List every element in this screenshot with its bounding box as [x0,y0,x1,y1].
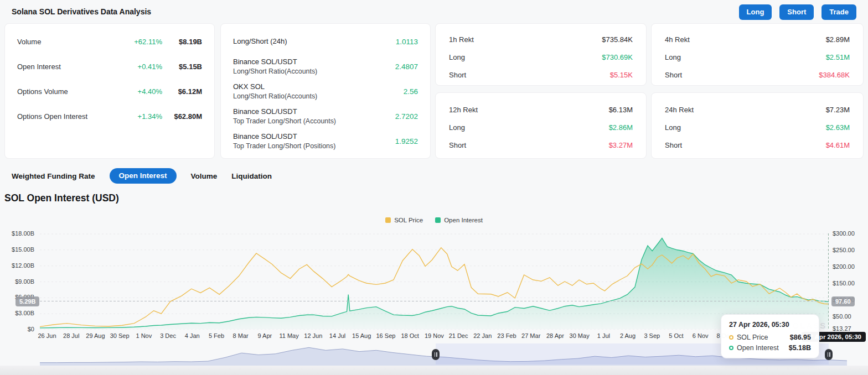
right-tick-label: $50.00 [833,313,851,320]
chart-tabs: Weighted Funding Rate Open Interest Volu… [12,168,272,184]
trade-button[interactable]: Trade [822,4,856,20]
legend-label: SOL Price [394,217,423,223]
rekt-long-label: Long [665,53,681,61]
x-tick-label: 16 Sep [376,332,396,339]
right-tick-label: $150.00 [833,280,855,287]
short-button[interactable]: Short [779,4,814,20]
ratio-title: Binance SOL/USDT [233,132,335,141]
open-interest-area [40,238,829,329]
tooltip-row-sol-price: SOL Price $86.95 [729,334,811,341]
stat-value: $8.19B [162,38,202,46]
stat-value: $5.15B [162,62,202,71]
stat-row-options-volume: Options Volume +4.40% $6.12M [17,79,202,104]
stat-change: +1.34% [138,112,162,121]
ratio-title: Binance SOL/USDT [233,107,336,116]
rekt-short-label: Short [665,71,682,79]
stat-value: $6.12M [162,87,202,96]
rekt-long-label: Long [449,53,465,61]
tab-weighted-funding-rate[interactable]: Weighted Funding Rate [12,172,95,180]
tab-open-interest[interactable]: Open Interest [110,168,177,184]
rekt-total: $735.84K [602,35,633,44]
rekt-short-label: Short [449,71,466,79]
rekt-period: 4h Rekt [665,35,690,44]
left-tick-label: $9.00B [0,278,34,285]
stat-row-open-interest: Open Interest +0.41% $5.15B [17,54,202,79]
rekt-short-value: $3.27M [609,141,633,149]
open-interest-swatch-icon [435,217,441,223]
stat-label: Volume [17,38,41,46]
rekt-long-value: $2.63M [826,123,850,132]
stat-value: $62.80M [162,112,202,121]
tooltip-value: $5.18B [789,344,811,352]
stat-change: +62.11% [134,38,162,46]
rekt-short-value: $5.15K [610,71,633,79]
ratio-value: 2.56 [404,87,418,96]
rekt-1h-card: 1h Rekt$735.84K Long$730.69K Short$5.15K [435,23,647,86]
x-tick-label: 9 Apr [258,332,272,339]
x-tick-label: 23 Feb [497,332,516,339]
rekt-period: 12h Rekt [449,106,478,114]
legend-open-interest[interactable]: Open Interest [435,217,483,223]
tooltip-label: Open Interest [737,344,779,352]
ratio-value: 2.4807 [395,62,418,71]
sol-price-dot-icon [729,335,733,340]
x-tick-label: 18 Oct [401,332,418,339]
right-tick-label: $250.00 [833,247,855,253]
ratio-title: Long/Short (24h) [233,37,287,45]
right-tick-label: $13.27 [833,325,851,332]
rekt-24h-card: 24h Rekt$7.23M Long$2.63M Short$4.61M [651,92,864,159]
tab-volume[interactable]: Volume [191,172,218,180]
ratio-value: 1.0113 [396,38,418,46]
rekt-total: $6.13M [609,106,633,114]
left-tick-label: $0 [0,326,34,332]
rekt-long-label: Long [449,123,465,132]
rekt-short-label: Short [665,141,682,149]
x-tick-label: 21 Dec [449,332,468,339]
long-button[interactable]: Long [739,4,772,20]
navigator-handle-right[interactable] [825,349,833,360]
crosshair-left-badge: 5.29B [16,296,39,306]
tooltip-row-open-interest: Open Interest $5.18B [729,344,811,352]
long-short-ratios-card: Long/Short (24h) 1.0113 Binance SOL/USDT… [220,23,431,159]
page-title: Solana SOL Derivatives Data Analysis [12,7,151,16]
navigator-handle-left[interactable] [432,349,440,360]
x-tick-label: 22 Jan [473,332,492,339]
x-tick-label: 28 Apr [546,332,564,339]
left-tick-label: $18.00B [0,230,34,237]
x-tick-label: 2 Aug [620,332,636,339]
ratio-row: OKX SOL Long/Short Ratio(Accounts) 2.56 [233,79,418,104]
rekt-short-value: $4.61M [826,141,850,149]
derivatives-dashboard: Solana SOL Derivatives Data Analysis Lon… [0,0,868,375]
ratio-row: Binance SOL/USDT Top Trader Long/Short (… [233,104,418,129]
rekt-short-label: Short [449,141,466,149]
x-tick-label: 29 Aug [86,332,105,339]
tab-liquidation[interactable]: Liquidation [231,172,272,180]
right-tick-label: $200.00 [833,263,855,270]
rekt-total: $2.89M [826,35,850,44]
stat-label: Options Open Interest [17,112,87,121]
chart-legend: SOL Price Open Interest [0,217,868,223]
left-tick-label: $15.00B [0,246,34,253]
ratio-subtitle: Top Trader Long/Short (Accounts) [233,117,336,126]
rekt-4h-card: 4h Rekt$2.89M Long$2.51M Short$384.68K [651,23,864,86]
left-tick-label: $3.00B [0,310,34,316]
legend-sol-price[interactable]: SOL Price [385,217,423,223]
ratio-subtitle: Long/Short Ratio(Accounts) [233,67,317,76]
open-interest-chart[interactable] [40,233,829,330]
sol-price-swatch-icon [385,217,391,223]
x-tick-label: 14 Jul [329,332,345,339]
tooltip-date: 27 Apr 2026, 05:30 [729,321,811,329]
rekt-long-label: Long [665,123,681,132]
x-tick-label: 27 Mar [521,332,540,339]
x-tick-label: 3 Sep [644,332,660,339]
legend-label: Open Interest [444,217,483,223]
rekt-12h-card: 12h Rekt$6.13M Long$2.86M Short$3.27M [435,92,647,159]
x-tick-label: 5 Feb [209,332,224,339]
rekt-period: 24h Rekt [665,106,694,114]
rekt-long-value: $730.69K [602,53,633,61]
open-interest-dot-icon [729,346,733,350]
tooltip-label: SOL Price [737,334,768,341]
right-tick-label: $300.00 [833,230,855,237]
x-tick-label: 11 May [279,332,298,339]
x-tick-label: 6 Nov [693,332,709,339]
